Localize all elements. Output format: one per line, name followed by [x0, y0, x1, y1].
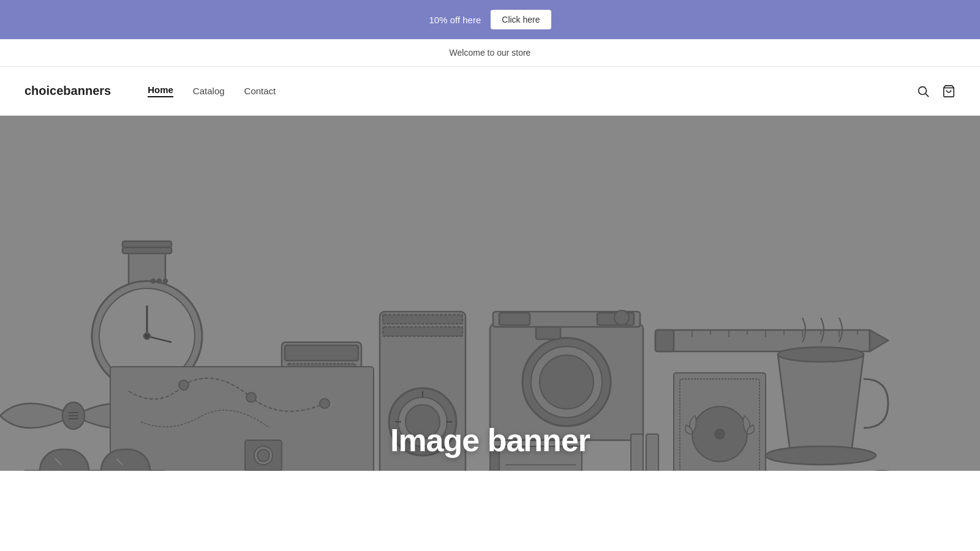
hero-banner: Image banner: [0, 116, 980, 471]
svg-point-50: [614, 310, 629, 325]
search-button[interactable]: [916, 84, 930, 98]
svg-point-49: [540, 355, 594, 409]
search-icon: [916, 84, 930, 98]
svg-point-82: [778, 347, 864, 362]
svg-rect-89: [631, 434, 643, 471]
svg-point-54: [246, 392, 256, 402]
svg-line-1: [925, 94, 929, 97]
hero-illustration: [0, 116, 980, 471]
welcome-bar: Welcome to our store: [0, 39, 980, 67]
svg-point-9: [144, 333, 150, 339]
announcement-cta-button[interactable]: Click here: [491, 10, 551, 29]
svg-point-58: [257, 449, 270, 462]
svg-rect-38: [383, 327, 462, 336]
svg-point-0: [919, 86, 927, 94]
announcement-text: 10% off here: [429, 15, 481, 25]
site-logo[interactable]: choicebanners: [24, 84, 111, 98]
cart-button[interactable]: [942, 84, 956, 98]
svg-point-83: [766, 446, 876, 465]
svg-rect-23: [285, 345, 358, 361]
announcement-bar: 10% off here Click here: [0, 0, 980, 39]
svg-rect-12: [123, 241, 172, 247]
svg-point-55: [320, 399, 330, 408]
svg-rect-45: [499, 313, 530, 325]
nav-item-home[interactable]: Home: [148, 84, 173, 97]
site-header: choicebanners Home Catalog Contact: [0, 67, 980, 116]
main-nav: Home Catalog Contact: [148, 84, 916, 97]
svg-point-79: [715, 429, 725, 439]
cart-icon: [942, 84, 956, 98]
header-icons: [916, 84, 956, 98]
svg-rect-37: [383, 315, 462, 324]
svg-rect-65: [655, 330, 674, 351]
svg-point-16: [157, 279, 161, 283]
hero-banner-title: Image banner: [390, 422, 590, 471]
svg-point-53: [179, 380, 189, 390]
svg-rect-11: [123, 247, 172, 253]
svg-rect-51: [536, 327, 560, 339]
welcome-text: Welcome to our store: [450, 48, 531, 58]
svg-point-15: [151, 279, 155, 283]
nav-item-catalog[interactable]: Catalog: [193, 86, 225, 96]
svg-rect-91: [646, 434, 658, 471]
svg-point-17: [164, 279, 167, 283]
svg-rect-52: [110, 367, 374, 471]
nav-item-contact[interactable]: Contact: [244, 86, 276, 96]
